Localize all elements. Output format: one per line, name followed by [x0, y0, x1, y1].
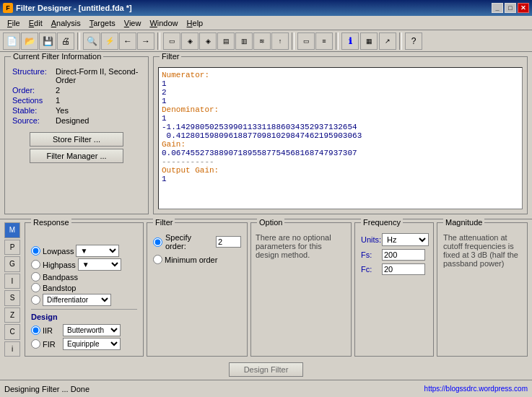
filter-output-title: Filter [160, 52, 181, 61]
iir-radio[interactable] [31, 326, 40, 335]
bandpass-row: Bandpass [31, 272, 137, 282]
filter-bottom-panel: Filter Specify order: Minimum order [147, 222, 248, 357]
lowpass-radio[interactable] [31, 246, 40, 256]
magnitude-title: Magnitude [443, 218, 484, 227]
minimum-order-radio[interactable] [153, 255, 162, 264]
response-panel: Response Lowpass ▼ Highpass ▼ [25, 222, 144, 357]
highpass-select[interactable]: ▼ [78, 258, 121, 271]
bandstop-radio[interactable] [31, 283, 40, 292]
sections-label: Sections [12, 96, 56, 105]
current-filter-title: Current Filter Information [11, 52, 103, 61]
response-title: Response [31, 218, 71, 227]
units-label: Units: [361, 235, 379, 244]
tool2-button[interactable]: ◈ [181, 32, 199, 50]
order-value: 2 [56, 86, 60, 95]
design-filter-row: Design Filter [0, 359, 532, 380]
order-row: Order: 2 [12, 86, 141, 95]
design-filter-button[interactable]: Design Filter [229, 362, 304, 377]
close-button[interactable]: ✕ [518, 3, 529, 13]
fir-select[interactable]: Equiripple Least Squares Window [63, 338, 121, 350]
fir-row: FIR Equiripple Least Squares Window [31, 338, 137, 350]
side-icon-8[interactable]: i [4, 341, 20, 357]
sections-value: 1 [56, 96, 60, 105]
side-icon-6[interactable]: Z [4, 307, 20, 323]
differentiator-radio[interactable] [31, 295, 40, 305]
side-icon-7[interactable]: C [4, 324, 20, 340]
specify-order-radio[interactable] [153, 237, 162, 247]
magnitude-text: The attenuation at cutoff frequencies is… [443, 233, 521, 268]
side-icon-4[interactable]: I [4, 274, 20, 289]
order-input[interactable] [216, 236, 241, 248]
specify-order-label: Specify order: [165, 233, 213, 250]
zoom2-button[interactable]: ⚡ [101, 32, 118, 50]
store-filter-button[interactable]: Store Filter ... [30, 132, 123, 147]
menu-window[interactable]: Window [145, 17, 182, 29]
tool3-button[interactable]: ◈ [199, 32, 217, 50]
response-section-title [31, 233, 137, 242]
fs-row: Fs: [361, 249, 427, 261]
stable-value: Yes [56, 106, 69, 115]
bandstop-label: Bandstop [43, 284, 76, 292]
iir-select[interactable]: Butterworth Chebyshev I Chebyshev II Ell… [63, 324, 121, 336]
minimize-button[interactable]: _ [492, 3, 503, 13]
tool9-button[interactable]: ≡ [315, 32, 333, 50]
side-icon-5[interactable]: S [4, 290, 20, 306]
tool4-button[interactable]: ▤ [217, 32, 235, 50]
tool7-button[interactable]: ↑ [271, 32, 289, 50]
toolbar-sep-1 [77, 32, 80, 50]
side-icon-3[interactable]: G [4, 256, 20, 272]
fs-input[interactable] [382, 249, 425, 261]
highpass-label: Highpass [43, 261, 76, 269]
side-icon-2[interactable]: P [4, 240, 20, 256]
maximize-button[interactable]: □ [505, 3, 516, 13]
bottom-section: M P G I S Z C i Response Lowpass ▼ [0, 219, 532, 359]
info-button[interactable]: ℹ [341, 32, 359, 50]
fc-input[interactable] [382, 263, 425, 275]
fir-radio[interactable] [31, 339, 40, 349]
frequency-title: Frequency [361, 218, 403, 227]
open-button[interactable]: 📂 [21, 32, 38, 50]
menu-edit[interactable]: Edit [25, 17, 47, 29]
tool10-button[interactable]: ▦ [360, 32, 378, 50]
lowpass-select[interactable]: ▼ [76, 245, 119, 257]
source-label: Source: [12, 116, 56, 125]
zoom-button[interactable]: 🔍 [83, 32, 100, 50]
help-icon-button[interactable]: ? [405, 32, 422, 50]
print-button[interactable]: 🖨 [57, 32, 74, 50]
menu-view[interactable]: View [120, 17, 146, 29]
menu-help[interactable]: Help [183, 17, 208, 29]
side-icon-1[interactable]: M [4, 222, 20, 238]
filter-output-text[interactable]: Numerator: 1 2 1 Denominator: 1 -1.14298… [158, 67, 523, 209]
new-button[interactable]: 📄 [3, 32, 20, 50]
tool8-button[interactable]: ▭ [297, 32, 315, 50]
lowpass-row: Lowpass ▼ [31, 245, 137, 257]
units-row: Units: Hz kHz MHz Normalized (0 to 1) [361, 233, 427, 246]
option-title: Option [257, 218, 284, 227]
source-value: Designed [56, 116, 89, 125]
differentiator-select[interactable]: Differentiator [43, 294, 111, 306]
tool5-button[interactable]: ▥ [235, 32, 253, 50]
tool11-button[interactable]: ↗ [379, 32, 396, 50]
back-button[interactable]: ← [119, 32, 136, 50]
menu-file[interactable]: File [3, 17, 25, 29]
fc-label: Fc: [361, 265, 379, 274]
bandstop-row: Bandstop [31, 283, 137, 292]
main-content: Current Filter Information Structure: Di… [0, 52, 532, 380]
title-bar: F Filter Designer - [untitled.fda *] _ □… [0, 0, 532, 16]
forward-button[interactable]: → [137, 32, 154, 50]
tool1-button[interactable]: ▭ [163, 32, 180, 50]
tool6-button[interactable]: ≋ [253, 32, 271, 50]
app-icon: F [3, 3, 13, 13]
frequency-panel: Frequency Units: Hz kHz MHz Normalized (… [354, 222, 434, 357]
design-separator [31, 309, 137, 310]
filter-manager-button[interactable]: Filter Manager ... [30, 149, 123, 163]
filter-info-table: Structure: Direct-Form II, Second-Order … [12, 67, 141, 125]
menu-targets[interactable]: Targets [85, 17, 120, 29]
units-select[interactable]: Hz kHz MHz Normalized (0 to 1) [382, 233, 429, 246]
source-row: Source: Designed [12, 116, 141, 125]
highpass-radio[interactable] [31, 260, 40, 269]
bandpass-radio[interactable] [31, 272, 40, 282]
fc-row: Fc: [361, 263, 427, 275]
menu-analysis[interactable]: Analysis [47, 17, 85, 29]
save-button[interactable]: 💾 [39, 32, 56, 50]
